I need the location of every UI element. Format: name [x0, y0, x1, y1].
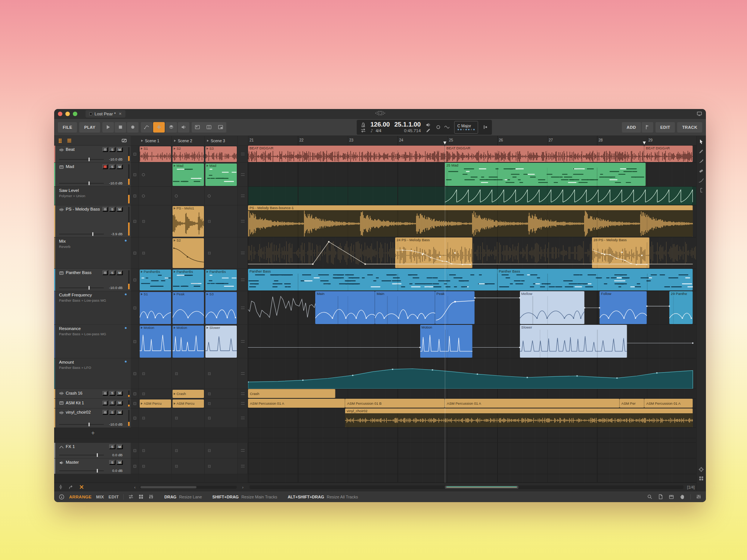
bracket-icon[interactable] — [698, 187, 704, 193]
info-icon[interactable] — [59, 494, 65, 500]
clip-play-icon[interactable] — [174, 402, 176, 405]
volume-handle[interactable] — [89, 181, 90, 185]
volume-handle[interactable] — [89, 158, 90, 161]
clip-play-icon[interactable] — [207, 293, 208, 295]
arranger-lane-crash-16[interactable]: Crash — [248, 389, 696, 399]
arranger-lane-saw-level[interactable] — [248, 187, 696, 205]
mute-button[interactable]: M — [117, 401, 123, 405]
clip-play-icon[interactable] — [174, 207, 176, 209]
search-icon[interactable] — [647, 494, 653, 500]
arranger-lane-ps-melody-bass[interactable]: PS - Melody Bass-bounce-1 — [248, 205, 696, 237]
tab-mix[interactable]: MIX — [96, 495, 104, 499]
launcher-clip-motion[interactable]: Motion — [173, 326, 204, 358]
arranger-lane-add[interactable] — [248, 428, 696, 438]
track-header-crash-16[interactable]: Crash 16SM — [54, 389, 131, 399]
arranger-clip-crash[interactable]: Crash — [248, 389, 335, 398]
solo-button[interactable]: S — [109, 391, 115, 396]
hand-icon[interactable] — [679, 494, 685, 500]
solo-button[interactable]: S — [109, 147, 115, 152]
volume-handle[interactable] — [97, 469, 98, 473]
arm-button[interactable] — [102, 147, 108, 152]
arranger-clip-asm-percussion-01-b[interactable]: ASM Percussion 01 B — [345, 399, 445, 408]
edit-button[interactable]: EDIT — [655, 122, 675, 133]
launcher-clip-mad[interactable]: Mad — [205, 164, 237, 186]
clip-slot[interactable]: PantherBs — [139, 269, 172, 291]
play-menu-button[interactable]: PLAY — [79, 122, 100, 133]
loop-icon[interactable] — [436, 124, 441, 130]
launcher-clip-s1[interactable]: S1 — [140, 292, 171, 324]
clip-slot[interactable]: Peak — [172, 291, 205, 325]
clip-slot[interactable] — [172, 187, 205, 205]
arranger-clip-panther-bass[interactable]: Panther Bass — [248, 269, 498, 290]
stop-clips-button[interactable] — [133, 279, 136, 281]
volume-handle[interactable] — [92, 232, 93, 236]
solo-button[interactable]: S — [109, 460, 115, 465]
stop-clips-cell[interactable] — [131, 399, 139, 408]
pen-icon[interactable] — [698, 149, 704, 154]
arm-button[interactable] — [102, 164, 108, 169]
launcher-clip-pantherbs[interactable]: PantherBs — [205, 270, 237, 290]
stop-clips-button[interactable] — [133, 173, 136, 176]
track-header-vinyl-choir02[interactable]: vinyl_choir02SM-10.0 dB — [54, 408, 131, 428]
minimize-window-button[interactable] — [65, 112, 70, 116]
arranger-clip-vinyl-choir02[interactable]: vinyl_choir02 — [345, 408, 693, 427]
speaker-button[interactable] — [178, 122, 189, 133]
launcher-clip-asm-percu[interactable]: ASM Percu — [140, 399, 171, 408]
solo-button[interactable]: S — [109, 270, 115, 275]
package-icon[interactable] — [669, 494, 674, 500]
stop-clips-cell[interactable] — [131, 205, 139, 237]
layers-button[interactable] — [165, 122, 177, 133]
mute-button[interactable]: M — [117, 444, 123, 449]
stop-clips-cell[interactable] — [131, 443, 139, 458]
record-button[interactable] — [127, 122, 139, 133]
scene-play-icon[interactable] — [174, 140, 176, 142]
file-button[interactable]: FILE — [58, 122, 77, 133]
track-header-master[interactable]: MasterSM0.0 dB — [54, 458, 131, 474]
arranger-lane-resonance[interactable]: MotionSlower — [248, 325, 696, 358]
clip-slot[interactable] — [205, 389, 238, 399]
launcher-clip-crash[interactable]: Crash — [173, 390, 204, 398]
stop-clips-button[interactable] — [133, 417, 136, 420]
arranger-clip-beat-diggar[interactable]: BEAT DIGGAR — [644, 146, 693, 162]
add-track-button[interactable]: + — [91, 430, 94, 436]
clip-slot[interactable] — [205, 237, 238, 269]
arranger-lane-amount[interactable] — [248, 358, 696, 389]
arranger-clip-25-mad[interactable]: 25 Mad — [445, 163, 646, 186]
pads-icon[interactable] — [698, 476, 704, 481]
stop-clips-button[interactable] — [133, 307, 136, 309]
automation-curve-button[interactable] — [141, 122, 152, 133]
clip-slot[interactable]: PantherBs — [172, 269, 205, 291]
sliders-icon[interactable] — [148, 494, 154, 500]
list-view-icon[interactable] — [66, 138, 72, 143]
time-value[interactable]: 0:45.714 — [404, 128, 421, 133]
clip-slot[interactable]: PantherBs — [205, 269, 238, 291]
arranger-lane-panther-bass[interactable]: Panther BassPanther Bass — [248, 269, 696, 291]
arranger-clip-slower[interactable]: Slower — [520, 325, 627, 358]
target-icon[interactable] — [698, 467, 704, 472]
volume-slider[interactable] — [59, 183, 104, 184]
display-profile-icon[interactable] — [697, 111, 702, 116]
arranger-lane-mix[interactable]: 24 PS - Melody Bass28 PS - Melody Bass — [248, 237, 696, 269]
scene-scrollbar[interactable] — [139, 486, 238, 489]
clip-slot[interactable]: S3 — [205, 291, 238, 325]
track-header-asm-kit-1[interactable]: ASM Kit 1SM — [54, 399, 131, 408]
track-header-mix[interactable]: MixReverb — [54, 237, 131, 269]
arranger-clip-motion[interactable]: Motion — [420, 325, 472, 358]
clip-play-icon[interactable] — [174, 327, 176, 329]
mute-button[interactable]: M — [117, 391, 123, 396]
arm-button[interactable] — [102, 270, 108, 275]
launcher-clip-mad[interactable]: Mad — [173, 164, 204, 186]
arranger-clip-beat-diggar[interactable]: BEAT DIGGAR — [445, 146, 644, 162]
clip-play-icon[interactable] — [174, 271, 176, 273]
clip-play-icon[interactable] — [141, 402, 143, 405]
mute-button[interactable]: M — [117, 207, 123, 212]
stop-clips-cell[interactable] — [131, 291, 139, 325]
count-in-icon[interactable] — [483, 124, 488, 130]
mixer-icon[interactable] — [696, 494, 701, 500]
resize-vertical-icon[interactable] — [58, 484, 63, 490]
pads-icon[interactable] — [138, 494, 144, 500]
clip-slot[interactable] — [139, 205, 172, 237]
knife-icon[interactable] — [698, 158, 704, 164]
clip-slot[interactable] — [139, 458, 172, 474]
position-value[interactable]: 25.1.1.00 — [394, 121, 421, 128]
